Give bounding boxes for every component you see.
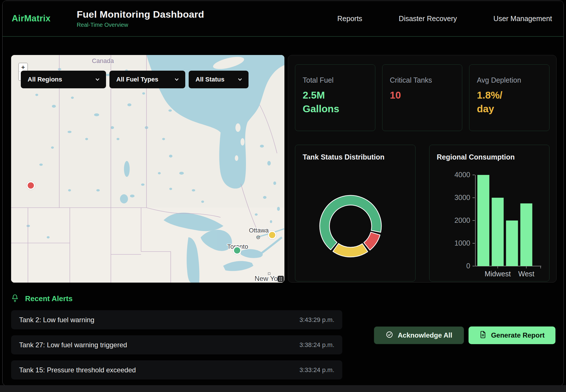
- region-filter-select[interactable]: All Regions: [21, 71, 106, 88]
- regional-consumption-bar-chart: 01000200030004000MidwestWest: [437, 164, 542, 280]
- tank-marker-warning[interactable]: [268, 231, 276, 239]
- page-title: Fuel Monitoring Dashboard: [77, 9, 204, 20]
- chart-title: Tank Status Distribution: [303, 153, 408, 161]
- alert-message: Tank 27: Low fuel warning triggered: [19, 341, 127, 349]
- file-text-icon: [479, 331, 486, 340]
- nav-reports[interactable]: Reports: [337, 15, 363, 23]
- donut-segment-critical[interactable]: [364, 232, 380, 250]
- main-nav: Reports Disaster Recovery User Managemen…: [337, 15, 552, 23]
- alerts-section: Recent Alerts Tank 2: Low fuel warning 3…: [11, 294, 555, 379]
- map-panel[interactable]: Canada Ottawa Toronto New York + − All R…: [11, 55, 284, 283]
- alerts-title: Recent Alerts: [25, 294, 73, 303]
- bell-icon: [11, 294, 19, 303]
- map-label-canada: Canada: [92, 57, 114, 64]
- bar-1[interactable]: [492, 198, 504, 266]
- chart-title: Regional Consumption: [437, 153, 542, 161]
- bar-3[interactable]: [520, 203, 532, 266]
- svg-text:Midwest: Midwest: [484, 270, 511, 278]
- alerts-list: Tank 2: Low fuel warning 3:43:29 p.m. Ta…: [11, 310, 342, 379]
- svg-text:2000: 2000: [454, 216, 470, 224]
- acknowledge-all-button[interactable]: Acknowledge All: [374, 326, 464, 344]
- stat-label: Total Fuel: [303, 76, 368, 84]
- stats-row: Total Fuel 2.5MGallons Critical Tanks 10…: [295, 64, 549, 131]
- alerts-header: Recent Alerts: [11, 294, 555, 303]
- alert-row[interactable]: Tank 15: Pressure threshold exceeded 3:3…: [11, 360, 342, 379]
- svg-text:3000: 3000: [454, 193, 470, 201]
- svg-text:4000: 4000: [454, 171, 470, 179]
- bar-2[interactable]: [506, 220, 518, 266]
- alert-message: Tank 15: Pressure threshold exceeded: [19, 366, 136, 374]
- svg-text:West: West: [518, 270, 534, 278]
- charts-row: Tank Status Distribution Regional Consum…: [295, 145, 549, 281]
- alert-row[interactable]: Tank 2: Low fuel warning 3:43:29 p.m.: [11, 310, 342, 329]
- map-filter-row: All Regions All Fuel Types All Status: [21, 71, 249, 88]
- stat-label: Critical Tanks: [390, 76, 455, 84]
- stat-card-total-fuel: Total Fuel 2.5MGallons: [295, 64, 375, 131]
- map-canvas[interactable]: Canada Ottawa Toronto New York: [11, 55, 284, 283]
- chevron-down-icon: [237, 77, 243, 82]
- action-buttons: Acknowledge All Generate Report: [374, 326, 555, 344]
- tank-status-donut-chart: [311, 186, 390, 266]
- alert-row[interactable]: Tank 27: Low fuel warning triggered 3:38…: [11, 335, 342, 354]
- region-filter-value: All Regions: [28, 76, 62, 83]
- acknowledge-all-label: Acknowledge All: [398, 331, 452, 339]
- nav-user-management[interactable]: User Management: [493, 15, 552, 23]
- stat-value: 10: [390, 88, 455, 102]
- svg-text:1000: 1000: [454, 239, 470, 247]
- status-filter-value: All Status: [196, 76, 224, 83]
- nav-disaster-recovery[interactable]: Disaster Recovery: [399, 15, 457, 23]
- donut-chart-card: Tank Status Distribution: [295, 145, 416, 281]
- donut-segment-warning[interactable]: [333, 244, 368, 257]
- generate-report-button[interactable]: Generate Report: [469, 326, 555, 344]
- map-label-ottawa: Ottawa: [249, 227, 269, 234]
- chevron-down-icon: [174, 77, 180, 82]
- alert-timestamp: 3:38:24 p.m.: [300, 341, 334, 349]
- stat-value: 1.8%/day: [477, 88, 542, 116]
- svg-text:0: 0: [466, 262, 470, 270]
- bar-0[interactable]: [477, 175, 489, 266]
- status-filter-select[interactable]: All Status: [189, 71, 249, 88]
- stat-card-avg-depletion: Avg Depletion 1.8%/day: [469, 64, 549, 131]
- main-row: Canada Ottawa Toronto New York + − All R…: [11, 55, 557, 283]
- check-circle-icon: [386, 331, 393, 340]
- chevron-down-icon: [95, 77, 100, 82]
- header: AirMatrix Fuel Monitoring Dashboard Real…: [3, 1, 563, 37]
- resize-handle[interactable]: [278, 276, 284, 282]
- alert-timestamp: 3:33:24 p.m.: [300, 366, 334, 374]
- stat-card-critical-tanks: Critical Tanks 10: [382, 64, 463, 131]
- title-block: Fuel Monitoring Dashboard Real-Time Over…: [77, 9, 204, 28]
- fuel-type-filter-select[interactable]: All Fuel Types: [109, 71, 185, 88]
- tank-marker-critical[interactable]: [27, 181, 35, 190]
- overview-panel: Total Fuel 2.5MGallons Critical Tanks 10…: [288, 55, 557, 283]
- tank-marker-normal[interactable]: [233, 246, 241, 255]
- window-bottom-strip: [0, 385, 566, 392]
- alert-message: Tank 2: Low fuel warning: [19, 316, 94, 324]
- bar-chart-card: Regional Consumption 01000200030004000Mi…: [429, 145, 550, 281]
- stat-label: Avg Depletion: [477, 76, 542, 84]
- alert-timestamp: 3:43:29 p.m.: [300, 316, 334, 324]
- fuel-type-filter-value: All Fuel Types: [116, 76, 158, 83]
- app-window: AirMatrix Fuel Monitoring Dashboard Real…: [2, 1, 564, 386]
- generate-report-label: Generate Report: [491, 331, 545, 339]
- page-subtitle: Real-Time Overview: [77, 22, 204, 28]
- stat-value: 2.5MGallons: [303, 88, 368, 116]
- brand-logo: AirMatrix: [12, 13, 50, 24]
